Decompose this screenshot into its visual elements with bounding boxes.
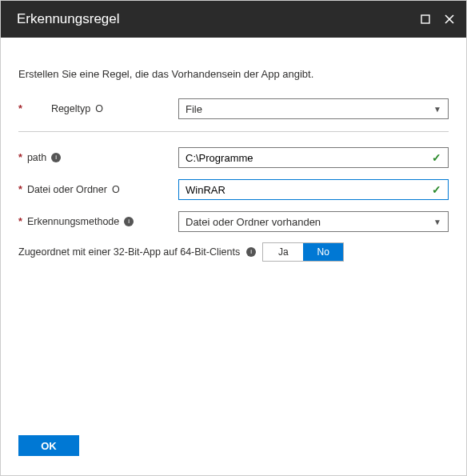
datei-label-text: Datei oder Ordner <box>27 184 107 195</box>
yes-no-toggle[interactable]: Ja No <box>262 242 344 262</box>
required-asterisk: * <box>18 103 22 114</box>
title-bar: Erkennungsregel <box>1 1 466 38</box>
help-glyph[interactable]: O <box>95 103 103 114</box>
titlebar-actions <box>420 14 455 25</box>
regeltyp-value: File <box>186 103 202 115</box>
fieldcell-path: ✓ <box>178 147 449 168</box>
info-icon[interactable]: i <box>124 217 134 226</box>
close-icon[interactable] <box>444 14 455 25</box>
label-regeltyp: * Regeltyp O <box>18 103 178 114</box>
toggle-option-no[interactable]: No <box>303 243 343 261</box>
row-path: * path i ✓ <box>18 146 449 169</box>
row-datei: * Datei oder Ordner O ✓ <box>18 178 449 201</box>
help-glyph[interactable]: O <box>112 184 120 195</box>
fieldcell-datei: ✓ <box>178 179 449 200</box>
row-regeltyp: * Regeltyp O File ▼ <box>18 98 449 120</box>
intro-text: Erstellen Sie eine Regel, die das Vorhan… <box>18 68 449 80</box>
row-methode: * Erkennungsmethode i Datei oder Ordner … <box>18 210 449 233</box>
path-input[interactable] <box>186 152 432 164</box>
info-icon[interactable]: i <box>246 247 256 257</box>
regeltyp-label-text: Regeltyp <box>51 103 90 114</box>
label-path: * path i <box>18 152 178 163</box>
fieldcell-regeltyp: File ▼ <box>178 98 449 119</box>
methode-value: Datei oder Ordner vorhanden <box>186 216 321 228</box>
fieldcell-methode: Datei oder Ordner vorhanden ▼ <box>178 211 449 232</box>
check-icon: ✓ <box>432 183 441 196</box>
svg-rect-0 <box>421 15 429 23</box>
datei-input-wrap[interactable]: ✓ <box>178 179 449 200</box>
chevron-down-icon: ▼ <box>433 105 441 114</box>
restore-icon[interactable] <box>420 14 431 25</box>
label-methode: * Erkennungsmethode i <box>18 216 178 227</box>
required-asterisk: * <box>18 152 22 163</box>
dialog-content: Erstellen Sie eine Regel, die das Vorhan… <box>1 38 466 435</box>
label-datei: * Datei oder Ordner O <box>18 184 178 195</box>
check-icon: ✓ <box>432 151 441 164</box>
ok-button[interactable]: OK <box>18 435 79 456</box>
path-input-wrap[interactable]: ✓ <box>178 147 449 168</box>
dialog-footer: OK <box>1 435 466 475</box>
dialog-title: Erkennungsregel <box>17 11 120 27</box>
required-asterisk: * <box>18 184 22 195</box>
methode-select[interactable]: Datei oder Ordner vorhanden ▼ <box>178 211 449 232</box>
regeltyp-select[interactable]: File ▼ <box>178 98 449 119</box>
path-label-text: path <box>27 152 46 163</box>
section-divider <box>18 131 449 132</box>
row-zugeordnet: Zugeordnet mit einer 32-Bit-App auf 64-B… <box>18 242 449 262</box>
methode-label-text: Erkennungsmethode <box>27 216 119 227</box>
toggle-option-yes[interactable]: Ja <box>263 243 303 261</box>
chevron-down-icon: ▼ <box>433 218 441 226</box>
zugeordnet-label: Zugeordnet mit einer 32-Bit-App auf 64-B… <box>18 246 240 258</box>
required-asterisk: * <box>18 216 22 227</box>
datei-input[interactable] <box>186 184 432 196</box>
info-icon[interactable]: i <box>51 153 61 162</box>
